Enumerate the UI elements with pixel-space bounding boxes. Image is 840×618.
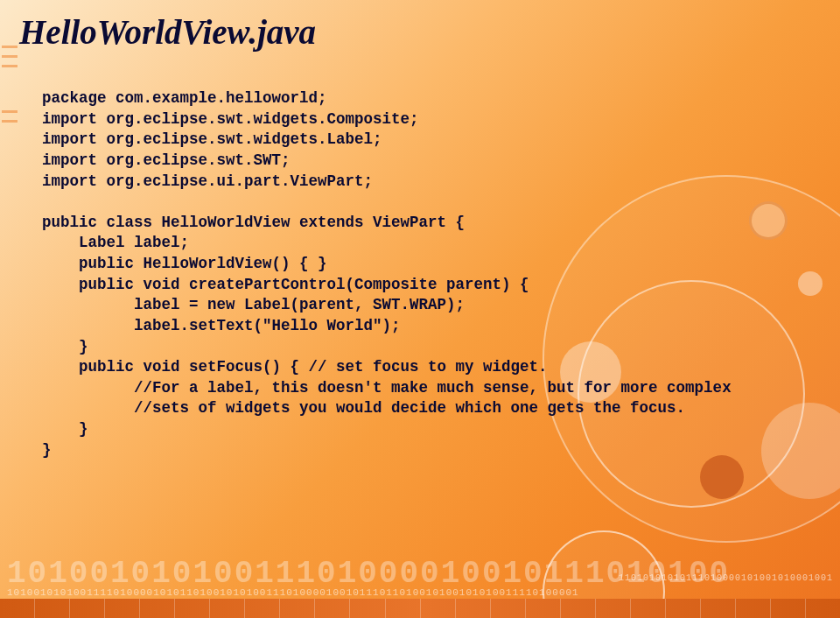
slide-footer: 11010101010111010000101001010001001 1010… [0, 562, 840, 618]
decorative-binary: 11010101010111010000101001010001001 [619, 573, 833, 583]
page-title: HelloWorldView.java [19, 12, 821, 52]
slide-content: HelloWorldView.java package com.example.… [0, 0, 840, 473]
decorative-bar [0, 599, 840, 618]
code-block: package com.example.helloworld; import o… [19, 88, 821, 460]
